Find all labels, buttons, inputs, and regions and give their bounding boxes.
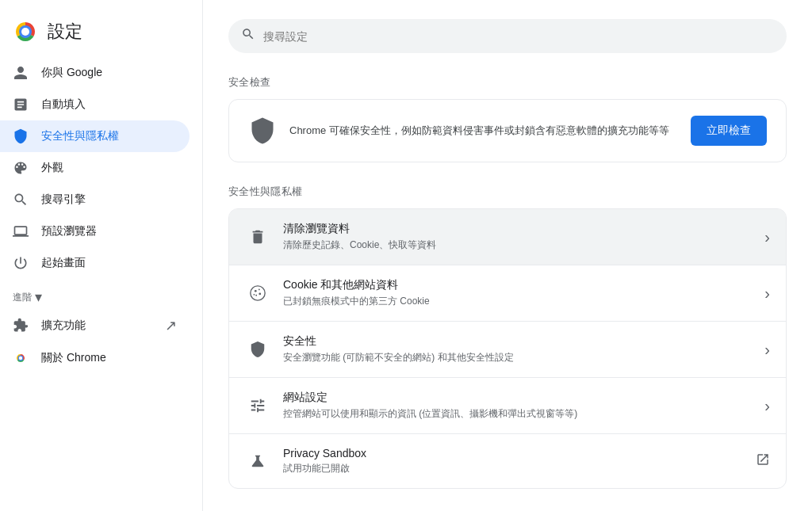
privacy-item-clear-browsing-text: 清除瀏覽資料 清除歷史記錄、Cookie、快取等資料 xyxy=(283,222,752,252)
svg-point-7 xyxy=(259,289,260,291)
privacy-item-site-settings[interactable]: 網站設定 控管網站可以使用和顯示的資訊 (位置資訊、攝影機和彈出式視窗等等) › xyxy=(229,378,786,434)
power-icon xyxy=(13,255,29,271)
privacy-item-sandbox-subtitle: 試用功能已開啟 xyxy=(283,462,743,475)
sidebar-item-appearance-label: 外觀 xyxy=(41,161,63,175)
main-content: 安全檢查 Chrome 可確保安全性，例如防範資料侵害事件或封鎖含有惡意軟體的擴… xyxy=(203,0,812,511)
privacy-item-clear-browsing[interactable]: 清除瀏覽資料 清除歷史記錄、Cookie、快取等資料 › xyxy=(229,209,786,265)
chevron-right-icon-site: › xyxy=(764,397,770,415)
sidebar-item-browser[interactable]: 預設瀏覽器 xyxy=(0,215,190,247)
chevron-down-icon: ▾ xyxy=(35,288,42,306)
privacy-item-clear-browsing-subtitle: 清除歷史記錄、Cookie、快取等資料 xyxy=(283,238,752,252)
article-icon xyxy=(13,97,29,112)
svg-point-2 xyxy=(21,28,29,36)
privacy-item-security-title: 安全性 xyxy=(283,334,752,349)
sidebar-item-search-label: 搜尋引擎 xyxy=(41,193,86,207)
svg-point-5 xyxy=(251,286,265,300)
safety-check-section-title: 安全檢查 xyxy=(228,75,787,90)
svg-point-8 xyxy=(259,293,261,296)
privacy-item-site-settings-text: 網站設定 控管網站可以使用和顯示的資訊 (位置資訊、攝影機和彈出式視窗等等) xyxy=(283,391,752,421)
sidebar-item-extensions-label: 擴充功能 xyxy=(41,318,86,333)
search-bar xyxy=(228,19,787,53)
advanced-label: 進階 xyxy=(13,291,32,304)
person-icon xyxy=(13,65,29,81)
privacy-item-cookies-text: Cookie 和其他網站資料 已封鎖無痕模式中的第三方 Cookie xyxy=(283,278,752,308)
privacy-section-title: 安全性與隱私權 xyxy=(228,185,787,199)
sidebar-item-about[interactable]: 關於 Chrome xyxy=(0,342,190,374)
sidebar-item-google-label: 你與 Google xyxy=(41,66,102,80)
svg-point-4 xyxy=(19,357,22,360)
sidebar-item-browser-label: 預設瀏覽器 xyxy=(41,224,97,238)
sidebar: 設定 你與 Google 自動填入 安全性與隱私權 xyxy=(0,0,203,511)
search-nav-icon xyxy=(13,192,29,208)
advanced-section[interactable]: 進階 ▾ xyxy=(0,279,202,309)
external-link-icon: ↗ xyxy=(165,317,177,334)
svg-point-10 xyxy=(254,294,255,296)
chevron-right-icon-cookies: › xyxy=(764,284,770,303)
sidebar-header: 設定 xyxy=(0,13,202,57)
safety-check-description: Chrome 可確保安全性，例如防範資料侵害事件或封鎖含有惡意軟體的擴充功能等等 xyxy=(289,123,678,139)
safety-check-button[interactable]: 立即檢查 xyxy=(691,116,767,146)
search-icon xyxy=(241,27,255,45)
chrome-logo-icon xyxy=(13,19,38,44)
security-shield-icon xyxy=(245,337,270,362)
chevron-right-icon-security: › xyxy=(764,341,770,359)
science-icon xyxy=(245,448,270,474)
sidebar-item-privacy-label: 安全性與隱私權 xyxy=(41,129,119,143)
sidebar-item-startup[interactable]: 起始畫面 xyxy=(0,247,190,279)
palette-icon xyxy=(13,160,29,176)
search-input[interactable] xyxy=(263,30,774,43)
delete-icon xyxy=(245,224,270,250)
sidebar-navigation: 你與 Google 自動填入 安全性與隱私權 外觀 xyxy=(0,57,202,498)
svg-point-9 xyxy=(255,295,257,296)
privacy-item-site-settings-title: 網站設定 xyxy=(283,391,752,405)
sidebar-item-autofill[interactable]: 自動填入 xyxy=(0,89,190,120)
safety-shield-icon xyxy=(248,116,277,145)
extensions-icon xyxy=(13,318,29,334)
external-link-sandbox-icon xyxy=(756,452,770,471)
cookie-icon xyxy=(245,280,270,306)
privacy-item-sandbox[interactable]: Privacy Sandbox 試用功能已開啟 xyxy=(229,434,786,488)
chevron-right-icon-clear: › xyxy=(764,228,770,246)
privacy-item-sandbox-text: Privacy Sandbox 試用功能已開啟 xyxy=(283,447,743,475)
shield-active-icon xyxy=(13,128,29,144)
tune-icon xyxy=(245,393,270,418)
sidebar-item-about-label: 關於 Chrome xyxy=(41,351,106,365)
privacy-item-security-text: 安全性 安全瀏覽功能 (可防範不安全的網站) 和其他安全性設定 xyxy=(283,334,752,364)
privacy-item-cookies-subtitle: 已封鎖無痕模式中的第三方 Cookie xyxy=(283,295,752,308)
svg-point-6 xyxy=(255,290,257,292)
sidebar-title: 設定 xyxy=(48,20,82,44)
sidebar-item-startup-label: 起始畫面 xyxy=(41,256,86,270)
privacy-item-security-subtitle: 安全瀏覽功能 (可防範不安全的網站) 和其他安全性設定 xyxy=(283,351,752,364)
safety-check-card: Chrome 可確保安全性，例如防範資料侵害事件或封鎖含有惡意軟體的擴充功能等等… xyxy=(228,99,787,162)
privacy-item-sandbox-title: Privacy Sandbox xyxy=(283,447,743,460)
privacy-item-cookies-title: Cookie 和其他網站資料 xyxy=(283,278,752,292)
computer-icon xyxy=(13,223,29,239)
chrome-about-icon xyxy=(13,350,29,366)
privacy-item-cookies[interactable]: Cookie 和其他網站資料 已封鎖無痕模式中的第三方 Cookie › xyxy=(229,265,786,322)
sidebar-item-appearance[interactable]: 外觀 xyxy=(0,152,190,184)
privacy-item-security[interactable]: 安全性 安全瀏覽功能 (可防範不安全的網站) 和其他安全性設定 › xyxy=(229,322,786,378)
sidebar-item-search[interactable]: 搜尋引擎 xyxy=(0,184,190,215)
sidebar-item-google[interactable]: 你與 Google xyxy=(0,57,190,89)
privacy-item-site-settings-subtitle: 控管網站可以使用和顯示的資訊 (位置資訊、攝影機和彈出式視窗等等) xyxy=(283,407,752,421)
sidebar-item-privacy[interactable]: 安全性與隱私權 xyxy=(0,120,190,152)
sidebar-item-autofill-label: 自動填入 xyxy=(41,97,86,112)
privacy-item-clear-browsing-title: 清除瀏覽資料 xyxy=(283,222,752,236)
sidebar-item-extensions[interactable]: 擴充功能 ↗ xyxy=(0,309,190,342)
privacy-section-card: 清除瀏覽資料 清除歷史記錄、Cookie、快取等資料 › Cookie 和其他網… xyxy=(228,208,787,489)
